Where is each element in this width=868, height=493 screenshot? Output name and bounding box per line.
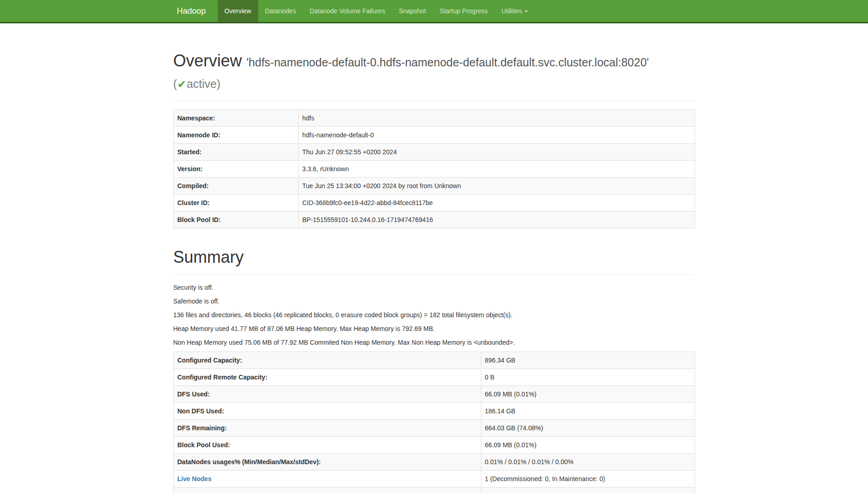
row-label-cluster-id: Cluster ID: [173, 195, 298, 211]
nav-item-snapshot: Snapshot [392, 0, 433, 22]
table-row-datanodes-usages: DataNodes usages% (Min/Median/Max/stdDev… [173, 454, 695, 471]
summary-heading: Summary [173, 248, 695, 266]
row-value-dfs-remaining: 664.03 GB (74.08%) [481, 420, 695, 437]
state-label: active) [187, 77, 221, 90]
table-row-configured-remote-capacity: Configured Remote Capacity:0 B [173, 369, 695, 386]
row-value-dead-nodes: 0 (Decommissioned: 0, In Maintenance: 0) [481, 488, 695, 493]
row-value-namespace: hdfs [298, 110, 695, 127]
nav-link-datanodes[interactable]: Datanodes [258, 0, 303, 22]
namenode-host: 'hdfs-namenode-default-0.hdfs-namenode-d… [247, 56, 649, 69]
summary-line: Security is off. [173, 283, 695, 292]
nav-item-utilities: Utilities [495, 0, 535, 22]
summary-text: Security is off.Safemode is off.136 file… [173, 283, 695, 347]
nav-link-utilities[interactable]: Utilities [495, 0, 535, 22]
row-label-datanodes-usages: DataNodes usages% (Min/Median/Max/stdDev… [173, 454, 481, 471]
nav-item-datanode-volume-failures: Datanode Volume Failures [303, 0, 392, 22]
table-row-started: Started:Thu Jun 27 09:52:55 +0200 2024 [173, 144, 695, 161]
table-row-live-nodes: Live Nodes1 (Decommissioned: 0, In Maint… [173, 471, 695, 488]
state-open-paren: ( [173, 77, 177, 90]
row-value-version: 3.3.6, rUnknown [298, 161, 695, 178]
row-label-namespace: Namespace: [173, 110, 298, 127]
row-value-compiled: Tue Jun 25 13:34:00 +0200 2024 by root f… [298, 178, 695, 195]
nav-link-overview[interactable]: Overview [218, 0, 258, 22]
row-value-block-pool-used: 66.09 MB (0.01%) [481, 437, 695, 454]
row-label-non-dfs-used: Non DFS Used: [173, 403, 481, 420]
table-row-block-pool-used: Block Pool Used:66.09 MB (0.01%) [173, 437, 695, 454]
row-label-namenode-id: Namenode ID: [173, 127, 298, 144]
title-divider [173, 101, 695, 101]
brand-hadoop[interactable]: Hadoop [173, 0, 210, 22]
table-row-compiled: Compiled:Tue Jun 25 13:34:00 +0200 2024 … [173, 178, 695, 195]
row-value-configured-remote-capacity: 0 B [481, 369, 695, 386]
summary-line: 136 files and directories, 46 blocks (46… [173, 310, 695, 320]
row-label-live-nodes: Live Nodes [173, 471, 481, 488]
nav-item-startup-progress: Startup Progress [433, 0, 495, 22]
namenode-info-table: Namespace:hdfsNamenode ID:hdfs-namenode-… [173, 109, 695, 228]
row-label-block-pool-used: Block Pool Used: [173, 437, 481, 454]
summary-line: Non Heap Memory used 75.06 MB of 77.92 M… [173, 338, 695, 347]
row-value-namenode-id: hdfs-namenode-default-0 [298, 127, 695, 144]
row-value-block-pool-id: BP-1515559101-10.244.0.16-1719474769416 [298, 211, 695, 228]
table-row-block-pool-id: Block Pool ID:BP-1515559101-10.244.0.16-… [173, 211, 695, 228]
nav-link-datanode-volume-failures[interactable]: Datanode Volume Failures [303, 0, 392, 22]
row-value-non-dfs-used: 186.14 GB [481, 403, 695, 420]
row-value-started: Thu Jun 27 09:52:55 +0200 2024 [298, 144, 695, 161]
table-row-cluster-id: Cluster ID:CID-368b9fc0-ee19-4d22-abbd-8… [173, 195, 695, 211]
main-content: Overview 'hdfs-namenode-default-0.hdfs-n… [167, 23, 702, 493]
nav-link-snapshot[interactable]: Snapshot [392, 0, 433, 22]
row-value-dfs-used: 66.09 MB (0.01%) [481, 386, 695, 403]
summary-divider [173, 274, 695, 275]
row-value-cluster-id: CID-368b9fc0-ee19-4d22-abbd-84fcec8117be [298, 195, 695, 211]
page-title-text: Overview [173, 51, 242, 70]
table-row-version: Version:3.3.6, rUnknown [173, 161, 695, 178]
row-value-configured-capacity: 896.34 GB [481, 352, 695, 369]
summary-table: Configured Capacity:896.34 GBConfigured … [173, 352, 695, 493]
row-label-dfs-used: DFS Used: [173, 386, 481, 403]
caret-down-icon [524, 11, 528, 12]
table-row-dead-nodes: Dead Nodes0 (Decommissioned: 0, In Maint… [173, 488, 695, 493]
row-label-dead-nodes: Dead Nodes [173, 488, 481, 493]
summary-line: Safemode is off. [173, 297, 695, 306]
row-value-live-nodes: 1 (Decommissioned: 0, In Maintenance: 0) [481, 471, 695, 488]
navbar-menu: OverviewDatanodesDatanode Volume Failure… [218, 0, 535, 22]
table-row-configured-capacity: Configured Capacity:896.34 GB [173, 352, 695, 369]
navbar-container: Hadoop OverviewDatanodesDatanode Volume … [167, 0, 702, 22]
nav-item-overview: Overview [218, 0, 258, 22]
row-label-configured-capacity: Configured Capacity: [173, 352, 481, 369]
row-label-block-pool-id: Block Pool ID: [173, 211, 298, 228]
live-nodes-link[interactable]: Live Nodes [178, 475, 212, 482]
row-label-compiled: Compiled: [173, 178, 298, 195]
table-row-dfs-used: DFS Used:66.09 MB (0.01%) [173, 386, 695, 403]
row-label-started: Started: [173, 144, 298, 161]
nav-link-startup-progress[interactable]: Startup Progress [433, 0, 495, 22]
navbar: Hadoop OverviewDatanodesDatanode Volume … [0, 0, 868, 23]
table-row-non-dfs-used: Non DFS Used:186.14 GB [173, 403, 695, 420]
table-row-dfs-remaining: DFS Remaining:664.03 GB (74.08%) [173, 420, 695, 437]
page-title: Overview 'hdfs-namenode-default-0.hdfs-n… [173, 51, 695, 94]
row-label-configured-remote-capacity: Configured Remote Capacity: [173, 369, 481, 386]
table-row-namenode-id: Namenode ID:hdfs-namenode-default-0 [173, 127, 695, 144]
summary-line: Heap Memory used 41.77 MB of 87.06 MB He… [173, 324, 695, 333]
namenode-state: (✔active) [173, 74, 221, 94]
table-row-namespace: Namespace:hdfs [173, 110, 695, 127]
nav-item-datanodes: Datanodes [258, 0, 303, 22]
row-label-version: Version: [173, 161, 298, 178]
row-label-dfs-remaining: DFS Remaining: [173, 420, 481, 437]
check-icon: ✔ [177, 78, 187, 90]
row-value-datanodes-usages: 0.01% / 0.01% / 0.01% / 0.00% [481, 454, 695, 471]
